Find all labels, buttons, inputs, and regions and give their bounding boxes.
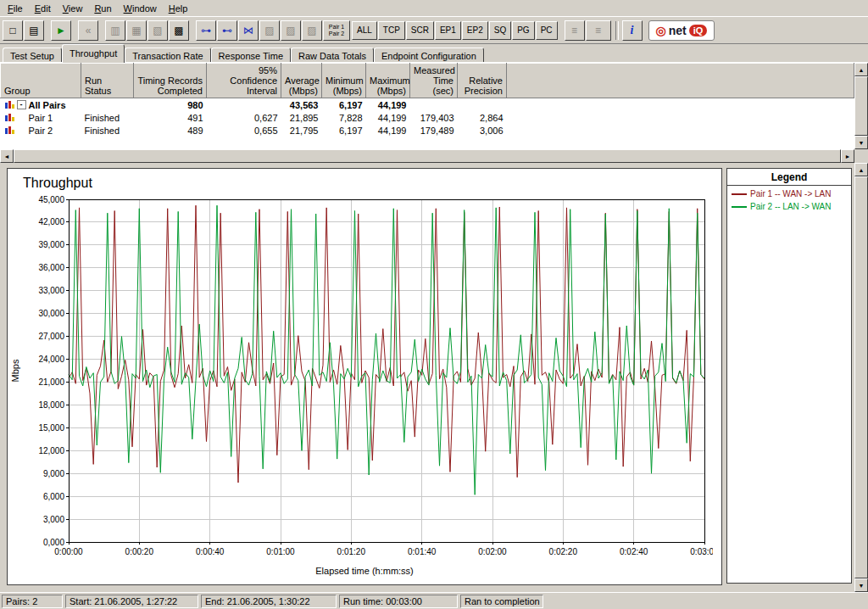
- table-horizontal-scrollbar[interactable]: ◄ ►: [0, 149, 854, 163]
- svg-text:0:00:00: 0:00:00: [54, 547, 83, 556]
- add-group-icon: ⊷: [222, 25, 232, 36]
- pair-chart-icon: [4, 100, 14, 109]
- show-ep2-button[interactable]: EP2: [462, 21, 488, 40]
- col-header-run-status[interactable]: Run Status: [81, 64, 134, 98]
- add-pair-button[interactable]: ⊶: [196, 20, 216, 41]
- tab-test-setup[interactable]: Test Setup: [3, 47, 62, 63]
- cell-average: 21,895: [281, 111, 322, 124]
- cut-button[interactable]: ▥: [105, 20, 125, 41]
- table-row-pair-1[interactable]: Pair 1 Finished 491 0,627 21,895 7,828 4…: [1, 111, 854, 124]
- selection-tool-button[interactable]: □: [3, 20, 23, 41]
- col-header-confidence[interactable]: 95% Confidence Interval: [207, 64, 281, 98]
- tree-collapse-icon[interactable]: -: [17, 100, 26, 109]
- table-row-all-pairs[interactable]: - All Pairs 980 43,563 6,197 44,199: [1, 98, 854, 112]
- show-all-button[interactable]: ALL: [352, 21, 377, 40]
- show-pc-button[interactable]: PC: [536, 21, 558, 40]
- svg-text:33,000: 33,000: [38, 286, 64, 295]
- menu-view[interactable]: View: [57, 2, 89, 15]
- replicate-pair-button[interactable]: ▨: [302, 20, 322, 41]
- svg-text:21,000: 21,000: [38, 377, 64, 387]
- scroll-up-icon[interactable]: ▲: [854, 63, 868, 76]
- table-vertical-scrollbar[interactable]: ▲ ▼: [854, 63, 868, 149]
- cell-maximum: 44,199: [366, 124, 410, 137]
- console-log-button[interactable]: ≡: [565, 20, 585, 41]
- scroll-down-icon[interactable]: ▼: [854, 136, 868, 149]
- pair-chart-icon: [4, 113, 14, 122]
- svg-text:0:01:00: 0:01:00: [266, 547, 295, 556]
- tab-response-time[interactable]: Response Time: [211, 47, 291, 63]
- legend-label: Pair 1 -- WAN -> LAN: [750, 189, 831, 198]
- scroll-left-icon[interactable]: ◄: [0, 149, 14, 163]
- run-test-icon: ►: [56, 25, 66, 36]
- help-about-button[interactable]: i: [622, 20, 643, 41]
- scroll-right-icon[interactable]: ►: [841, 149, 854, 163]
- x-axis-title: Elapsed time (h:mm:ss): [8, 566, 721, 576]
- pair-columns-line1: Pair 1: [329, 24, 344, 31]
- status-start-time: Start: 21.06.2005, 1:27:22: [65, 595, 198, 608]
- chart-panel: Throughput Mbps 45,00042,00039,00036,000…: [7, 168, 722, 585]
- col-header-measured-time[interactable]: Measured Time (sec): [410, 64, 458, 98]
- add-multicast-button[interactable]: ⋈: [238, 20, 259, 41]
- col-header-average[interactable]: Average (Mbps): [281, 64, 322, 98]
- svg-text:0:01:20: 0:01:20: [337, 547, 366, 556]
- show-scr-button[interactable]: SCR: [406, 21, 434, 40]
- tab-raw-data-totals[interactable]: Raw Data Totals: [291, 47, 374, 63]
- legend-line-sample: [732, 206, 747, 208]
- menu-file[interactable]: File: [2, 2, 29, 15]
- svg-text:0:02:40: 0:02:40: [620, 547, 648, 556]
- scrollbar-thumb[interactable]: [14, 149, 841, 163]
- main-vertical-scrollbar[interactable]: ▲ ▼: [854, 163, 868, 592]
- show-tcp-button[interactable]: TCP: [378, 21, 405, 40]
- cell-measured-time: [410, 98, 458, 112]
- endpoint-log-icon: ≡: [595, 25, 601, 36]
- swap-endpoints-button[interactable]: ▨: [281, 20, 301, 41]
- menu-bar: FileEditViewRunWindowHelp: [0, 0, 868, 16]
- group-label: All Pairs: [29, 100, 66, 110]
- col-header-maximum[interactable]: Maximum (Mbps): [366, 64, 410, 98]
- paste-button[interactable]: ▧: [147, 20, 168, 41]
- cell-run-status: Finished: [81, 124, 134, 137]
- chart-area: Throughput Mbps 45,00042,00039,00036,000…: [0, 163, 868, 592]
- scrollbar-thumb[interactable]: [854, 76, 868, 136]
- endpoint-log-button[interactable]: ≡: [586, 20, 611, 41]
- show-pg-button[interactable]: PG: [512, 21, 534, 40]
- scroll-down-icon[interactable]: ▼: [854, 578, 868, 592]
- y-axis-title: Mbps: [10, 360, 20, 383]
- print-button[interactable]: ▤: [24, 20, 44, 41]
- cell-minimum: 6,197: [322, 98, 366, 112]
- edit-pair-icon: ▨: [264, 25, 274, 36]
- selection-tool-icon: □: [9, 25, 15, 36]
- run-test-button[interactable]: ►: [51, 20, 71, 41]
- edit-pair-button[interactable]: ▨: [259, 20, 280, 41]
- col-header-timing-records[interactable]: Timing Records Completed: [134, 64, 207, 98]
- table-row-pair-2[interactable]: Pair 2 Finished 489 0,655 21,795 6,197 4…: [1, 124, 854, 137]
- scroll-up-icon[interactable]: ▲: [854, 163, 868, 176]
- status-run-time: Run time: 00:03:00: [339, 595, 458, 608]
- add-group-button[interactable]: ⊷: [217, 20, 237, 41]
- show-sq-button[interactable]: SQ: [489, 21, 511, 40]
- menu-run[interactable]: Run: [88, 2, 117, 15]
- copy-button[interactable]: ▦: [126, 20, 147, 41]
- menu-edit[interactable]: Edit: [29, 2, 57, 15]
- col-header-group[interactable]: Group: [1, 64, 81, 98]
- menu-window[interactable]: Window: [118, 2, 163, 15]
- cell-maximum: 44,199: [366, 98, 410, 112]
- show-ep1-button[interactable]: EP1: [435, 21, 461, 40]
- menu-help[interactable]: Help: [163, 2, 194, 15]
- cell-confidence: [207, 98, 281, 112]
- table-header-row: Group Run Status Timing Records Complete…: [1, 64, 854, 98]
- svg-text:6,000: 6,000: [43, 492, 64, 501]
- stop-test-button[interactable]: «: [78, 20, 98, 41]
- netiq-target-icon: ◎: [656, 25, 666, 36]
- svg-text:45,000: 45,000: [38, 195, 64, 204]
- scrollbar-thumb[interactable]: [854, 176, 868, 578]
- tab-throughput[interactable]: Throughput: [62, 44, 125, 63]
- app-window: FileEditViewRunWindowHelp □▤►«▥▦▧▩⊶⊷⋈▨▨▨…: [0, 0, 868, 609]
- col-header-minimum[interactable]: Minimum (Mbps): [322, 64, 366, 98]
- tab-transaction-rate[interactable]: Transaction Rate: [125, 47, 210, 63]
- tab-endpoint-configuration[interactable]: Endpoint Configuration: [374, 47, 484, 63]
- delete-button[interactable]: ▩: [169, 20, 189, 41]
- pair-columns-button[interactable]: Pair 1Pair 2: [323, 20, 350, 41]
- col-header-precision[interactable]: Relative Precision: [458, 64, 507, 98]
- results-table-pane: Group Run Status Timing Records Complete…: [0, 62, 868, 163]
